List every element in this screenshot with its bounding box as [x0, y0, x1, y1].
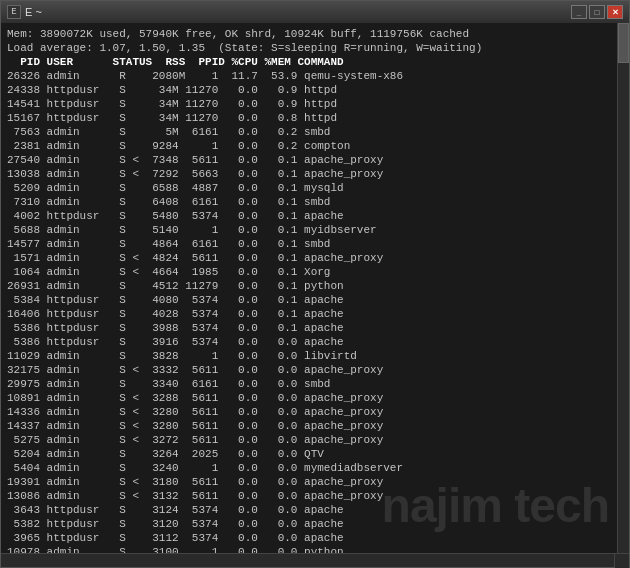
window-controls: _ □ ✕: [571, 5, 623, 19]
load-line: Load average: 1.07, 1.50, 1.35 (State: S…: [7, 42, 482, 54]
scrollbar-corner: [615, 554, 629, 568]
title-bar: E E ~ _ □ ✕: [1, 1, 629, 23]
vertical-scrollbar[interactable]: [617, 23, 629, 553]
minimize-button[interactable]: _: [571, 5, 587, 19]
bottom-bar: [1, 553, 629, 567]
horizontal-scrollbar[interactable]: [1, 554, 615, 567]
terminal-body[interactable]: Mem: 3890072K used, 57940K free, OK shrd…: [1, 23, 629, 553]
title-bar-left: E E ~: [7, 5, 42, 19]
window-title: E ~: [25, 6, 42, 18]
maximize-button[interactable]: □: [589, 5, 605, 19]
terminal-icon: E: [7, 5, 21, 19]
mem-line: Mem: 3890072K used, 57940K free, OK shrd…: [7, 28, 469, 40]
close-button[interactable]: ✕: [607, 5, 623, 19]
terminal-content: Mem: 3890072K used, 57940K free, OK shrd…: [7, 27, 623, 553]
terminal-window: E E ~ _ □ ✕ Mem: 3890072K used, 57940K f…: [0, 0, 630, 568]
column-header: PID USER STATUS RSS PPID %CPU %MEM COMMA…: [7, 56, 344, 68]
scrollbar-thumb[interactable]: [618, 23, 629, 63]
process-rows: 26326 admin R 2080M 1 11.7 53.9 qemu-sys…: [7, 70, 403, 553]
